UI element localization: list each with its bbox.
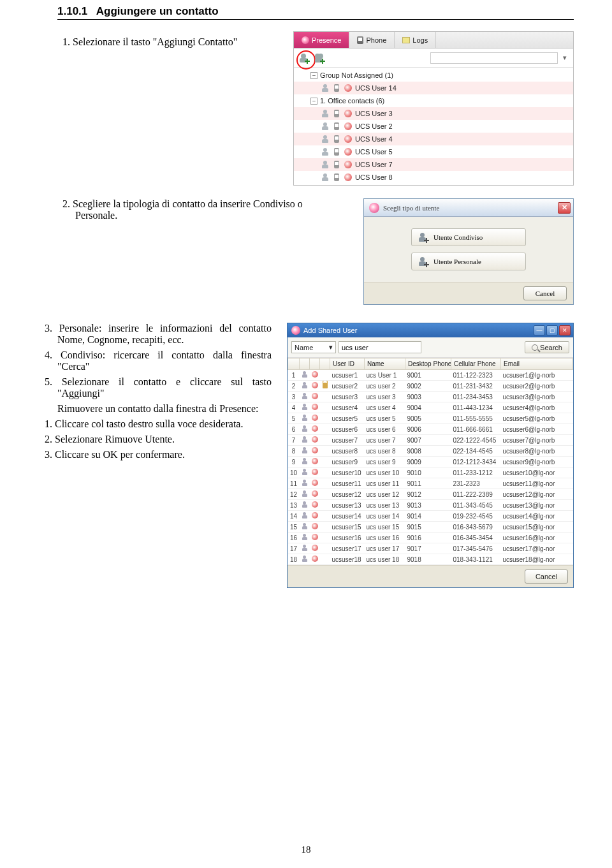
tab-presence[interactable]: Presence [294,32,349,48]
table-row[interactable]: 14ucsuser14ucs user 149014019-232-4545uc… [288,511,573,522]
table-row[interactable]: 8ucsuser8ucs user 89008022-134-4545ucsus… [288,446,573,457]
presence-search-input[interactable] [430,52,558,64]
table-row[interactable]: 13ucsuser13ucs user 139013011-343-4545uc… [288,500,573,511]
tree-group-row[interactable]: −Group Not Assigned (1) [294,69,573,82]
tree-group-row[interactable]: −1. Office contacts (6) [294,94,573,107]
cell-cellular-phone: 016-345-3454 [451,533,501,543]
cell-cellular-phone: 017-345-5476 [451,543,501,554]
cell-name: ucs user 14 [365,511,405,522]
window-maximize-button[interactable]: ▢ [546,325,558,335]
cell-name: ucs user 11 [365,478,405,489]
table-row[interactable]: 6ucsuser6ucs user 69006011-666-6661ucsus… [288,424,573,435]
table-row[interactable]: 15ucsuser15ucs user 159015016-343-5679uc… [288,522,573,533]
cell-email: ucsuser12@lg-nor [501,489,573,500]
window-minimize-button[interactable]: — [534,325,545,335]
person-icon [300,381,310,392]
contact-name: UCS User 7 [355,161,569,168]
search-value-input[interactable] [339,341,421,353]
cell-email: ucsuser4@lg-norb [501,402,573,413]
person-icon [300,489,310,500]
tab-logs[interactable]: Logs [395,32,436,48]
window-close-button[interactable]: ✕ [559,325,571,335]
table-header[interactable] [288,358,300,370]
search-button[interactable]: Search [525,341,569,353]
cell-desktop-phone: 9015 [405,522,451,533]
table-header[interactable] [300,358,310,370]
status-icon [310,500,320,511]
person-icon [300,522,310,533]
table-header[interactable]: User ID [330,358,365,370]
tree-contact-row[interactable]: UCS User 2 [294,120,573,133]
cell-desktop-phone: 9013 [405,500,451,511]
tree-contact-row[interactable]: UCS User 5 [294,145,573,158]
chevron-down-icon: ▾ [329,343,333,351]
phone-icon [332,122,341,131]
dialog-close-button[interactable]: ✕ [558,202,571,214]
table-row[interactable]: 3ucsuser3ucs user 39003011-234-3453ucsus… [288,392,573,402]
cell-cellular-phone: 022-134-4545 [451,446,501,457]
table-header[interactable]: Name [365,358,405,370]
expand-toggle-icon[interactable]: − [310,98,317,105]
table-row[interactable]: 7ucsuser7ucs user 79007022-1222-4545ucsu… [288,435,573,446]
search-field-select[interactable]: Name ▾ [291,341,336,353]
table-header[interactable]: Desktop Phone [405,358,451,370]
table-row[interactable]: 18ucsuser18ucs user 189018018-343-1121uc… [288,554,573,565]
personal-user-button[interactable]: Utente Personale [411,253,526,270]
search-field-value: Name [295,344,313,351]
dialog-title: Scegli tipo di utente [383,204,554,212]
table-row[interactable]: 5ucsuser5ucs user 59005011-555-5555ucsus… [288,413,573,424]
step-4-text: 4. Condiviso: ricercare il contatto dall… [57,349,272,372]
cell-name: ucs user 17 [365,543,405,554]
cell-desktop-phone: 9005 [405,413,451,424]
table-row[interactable]: 10ucsuser10ucs user 109010011-233-1212uc… [288,467,573,478]
lock-icon [320,467,330,478]
tree-contact-row[interactable]: UCS User 14 [294,82,573,94]
lock-icon [320,392,330,402]
lock-icon [320,543,330,554]
add-contact-button[interactable] [298,52,310,64]
cell-name: ucs user 12 [365,489,405,500]
dialog-cancel-button[interactable]: Cancel [523,286,567,300]
tree-contact-row[interactable]: UCS User 7 [294,158,573,171]
status-icon [344,160,353,169]
shared-user-button[interactable]: Utente Condiviso [411,228,526,246]
row-number: 8 [288,446,300,457]
tree-contact-row[interactable]: UCS User 3 [294,107,573,120]
table-row[interactable]: 17ucsuser17ucs user 179017017-345-5476uc… [288,543,573,554]
table-header[interactable] [310,358,320,370]
table-header[interactable]: Cellular Phone [451,358,501,370]
cell-email: ucsuser14@lg-nor [501,511,573,522]
cell-name: ucs User 1 [365,370,405,381]
cell-name: ucs user 18 [365,554,405,565]
cell-userid: ucsuser8 [330,446,365,457]
table-row[interactable]: 4ucsuser4ucs user 49004011-443-1234ucsus… [288,402,573,413]
table-row[interactable]: 1ucsuser1ucs User 19001011-122-2323ucsus… [288,370,573,381]
tree-contact-row[interactable]: UCS User 8 [294,171,573,184]
status-icon [310,467,320,478]
cell-userid: ucsuser13 [330,500,365,511]
search-dropdown-chevron[interactable]: ▾ [560,54,569,63]
cell-cellular-phone: 012-1212-3434 [451,457,501,467]
table-row[interactable]: 2ucsuser2ucs user 29002011-231-3432ucsus… [288,381,573,392]
search-button-label: Search [540,344,562,351]
table-row[interactable]: 9ucsuser9ucs user 99009012-1212-3434ucsu… [288,457,573,467]
phone-icon [332,147,341,156]
person-icon [300,457,310,467]
table-header[interactable] [320,358,330,370]
tree-contact-row[interactable]: UCS User 4 [294,133,573,145]
shared-cancel-button[interactable]: Cancel [525,570,568,584]
cell-userid: ucsuser2 [330,381,365,392]
tab-phone[interactable]: Phone [349,32,395,48]
contact-name: UCS User 5 [355,148,569,156]
cell-desktop-phone: 9011 [405,478,451,489]
table-row[interactable]: 12ucsuser12ucs user 129012011-222-2389uc… [288,489,573,500]
person-icon [321,173,330,182]
table-row[interactable]: 16ucsuser16ucs user 169016016-345-3454uc… [288,533,573,543]
person-icon [321,109,330,118]
lock-icon [320,522,330,533]
person-icon [321,122,330,131]
table-row[interactable]: 11ucsuser11ucs user 119011231-2323ucsuse… [288,478,573,489]
table-header[interactable]: Email [501,358,573,370]
page-number: 18 [0,844,612,855]
expand-toggle-icon[interactable]: − [310,72,317,79]
